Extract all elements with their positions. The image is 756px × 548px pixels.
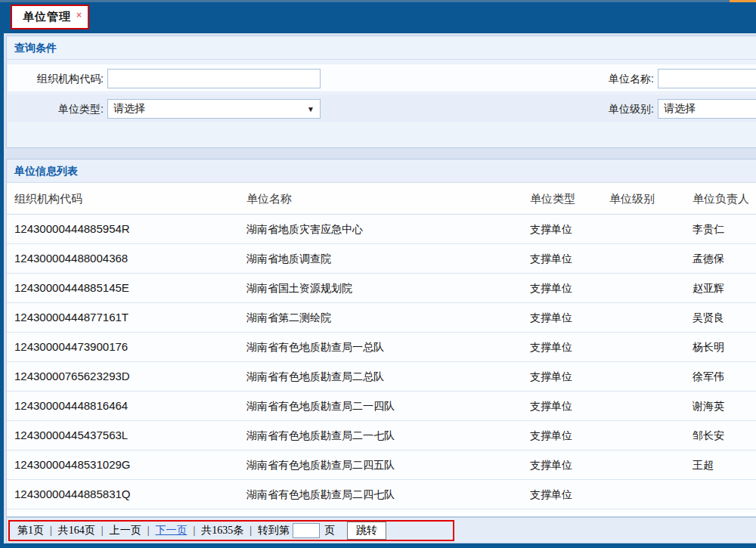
unit-type-label: 单位类型:: [14, 94, 104, 123]
table-row[interactable]: 124300004488004368湖南省地质调查院支撑单位孟德保: [7, 244, 756, 274]
table-cell: 支撑单位: [530, 274, 572, 302]
goto-page-unit-label: 页: [324, 524, 335, 537]
pager-separator: |: [147, 525, 150, 537]
unit-type-select[interactable]: 请选择 ▼: [107, 99, 321, 119]
table-cell: 支撑单位: [530, 392, 572, 420]
table-cell: 支撑单位: [530, 362, 572, 391]
pager-separator: |: [193, 525, 195, 537]
table-row[interactable]: 12430000444885145E湖南省国土资源规划院支撑单位赵亚辉: [7, 274, 756, 303]
table-row[interactable]: 124300004448816464湖南省有色地质勘查局二一四队支撑单位谢海英: [7, 392, 756, 421]
tab-bar: 单位管理 ×: [0, 0, 756, 33]
col-header-unit-name: 单位名称: [246, 183, 292, 215]
table-cell: 支撑单位: [530, 333, 572, 361]
top-orange-segment: [730, 0, 756, 2]
table-header-row: 组织机构代码 单位名称 单位类型 单位级别 单位负责人: [7, 183, 756, 215]
table-cell: 124300004473900176: [14, 333, 128, 361]
total-pages-label: 共164页: [58, 524, 95, 537]
jump-button[interactable]: 跳转: [347, 522, 386, 540]
table-cell: 湖南省国土资源规划院: [246, 274, 352, 302]
unit-list-panel: 单位信息列表 组织机构代码 单位名称 单位类型 单位级别 单位负责人 12430…: [6, 159, 756, 517]
table-row[interactable]: 124300004473900176湖南省有色地质勘查局一总队支撑单位杨长明: [7, 333, 756, 362]
table-row[interactable]: 12430000445437563L湖南省有色地质勘查局二一七队支撑单位邹长安: [7, 421, 756, 450]
table-cell: 李贵仁: [692, 215, 724, 243]
query-form-row-2: 单位类型: 请选择 ▼ 单位级别: 请选择: [8, 94, 756, 123]
unit-list-title: 单位信息列表: [7, 159, 756, 183]
unit-management-page: 单位管理 × 查询条件 组织机构代码: 单位名称: 单位类型: 请选择 ▼ 单位…: [0, 0, 756, 548]
col-header-unit-manager: 单位负责人: [692, 183, 749, 215]
tab-close-icon[interactable]: ×: [76, 10, 82, 20]
pagination-highlight-box: 第1页 | 共164页 | 上一页 | 下一页 | 共1635条 | 转到第 页…: [8, 520, 454, 541]
unit-level-label: 单位级别:: [491, 94, 654, 123]
unit-level-select[interactable]: 请选择: [658, 99, 756, 119]
left-frame-strip: [0, 33, 4, 548]
table-cell: 支撑单位: [530, 421, 572, 450]
next-page-link[interactable]: 下一页: [155, 524, 187, 537]
col-header-org-code: 组织机构代码: [14, 183, 82, 215]
table-cell: 谢海英: [692, 392, 724, 420]
goto-page-prefix-label: 转到第: [258, 524, 290, 537]
tab-unit-management[interactable]: 单位管理 ×: [11, 5, 89, 29]
table-cell: 湖南省有色地质勘查局二四七队: [246, 480, 395, 509]
table-cell: 湖南省有色地质勘查局二一四队: [246, 392, 395, 420]
pager-separator: |: [101, 525, 104, 537]
table-row[interactable]: 12430000765623293D湖南省有色地质勘查局二总队支撑单位徐军伟: [7, 362, 756, 392]
table-cell: 124300004488004368: [14, 244, 128, 273]
unit-name-label: 单位名称:: [491, 64, 654, 93]
table-cell: 12430000445437563L: [14, 421, 128, 450]
table-cell: 湖南省第二测绘院: [246, 303, 331, 332]
table-row[interactable]: 12430000448531029G湖南省有色地质勘查局二四五队支撑单位王超: [7, 450, 756, 480]
table-cell: 湖南省有色地质勘查局二四五队: [246, 450, 395, 479]
pager-separator: |: [249, 525, 252, 537]
table-cell: 支撑单位: [530, 303, 572, 332]
table-cell: 12430000444885954R: [14, 215, 130, 243]
current-page-label: 第1页: [17, 524, 44, 537]
goto-page-input[interactable]: [293, 523, 320, 538]
table-body: 12430000444885954R湖南省地质灾害应急中心支撑单位李贵仁1243…: [7, 215, 756, 509]
prev-page-link[interactable]: 上一页: [110, 524, 141, 537]
pagination-bar: 第1页 | 共164页 | 上一页 | 下一页 | 共1635条 | 转到第 页…: [6, 517, 756, 543]
query-panel-title: 查询条件: [7, 36, 756, 60]
table-cell: 支撑单位: [530, 480, 572, 509]
table-row[interactable]: 12430000444885831Q湖南省有色地质勘查局二四七队支撑单位: [7, 480, 756, 509]
top-highlight-line: [0, 0, 756, 2]
table-cell: 湖南省有色地质勘查局二一七队: [246, 421, 395, 450]
table-cell: 支撑单位: [530, 244, 572, 273]
unit-type-select-value: 请选择: [113, 102, 145, 116]
unit-name-input[interactable]: [658, 69, 756, 88]
table-cell: 王超: [692, 450, 714, 479]
unit-level-select-value: 请选择: [664, 102, 696, 116]
table-cell: 12430000444885831Q: [14, 480, 131, 509]
table-row[interactable]: 12430000444877161T湖南省第二测绘院支撑单位吴贤良: [7, 303, 756, 333]
table-cell: 湖南省地质调查院: [246, 244, 331, 273]
table-cell: 12430000448531029G: [14, 450, 131, 479]
col-header-unit-level: 单位级别: [609, 183, 655, 215]
table-row[interactable]: 12430000444885954R湖南省地质灾害应急中心支撑单位李贵仁: [7, 215, 756, 244]
total-records-label: 共1635条: [201, 524, 243, 537]
query-form-row-1: 组织机构代码: 单位名称:: [8, 63, 756, 92]
tab-label: 单位管理: [23, 10, 71, 24]
pager-separator: |: [50, 525, 52, 537]
query-panel: 查询条件 组织机构代码: 单位名称: 单位类型: 请选择 ▼ 单位级别: 请选择: [6, 36, 756, 148]
table-cell: 12430000444885145E: [14, 274, 129, 302]
table-cell: 124300004448816464: [14, 392, 128, 420]
org-code-label: 组织机构代码:: [14, 64, 104, 93]
table-cell: 支撑单位: [530, 450, 572, 479]
org-code-input[interactable]: [107, 69, 321, 88]
table-cell: 12430000765623293D: [14, 362, 130, 391]
table-cell: 赵亚辉: [692, 274, 724, 302]
table-cell: 孟德保: [692, 244, 724, 273]
chevron-down-icon: ▼: [307, 105, 314, 113]
table-cell: 12430000444877161T: [14, 303, 129, 332]
table-cell: 邹长安: [692, 421, 724, 450]
bottom-frame-strip: [0, 543, 756, 548]
table-cell: 支撑单位: [530, 215, 572, 243]
table-cell: 湖南省有色地质勘查局一总队: [246, 333, 384, 361]
table-cell: 杨长明: [692, 333, 724, 361]
col-header-unit-type: 单位类型: [530, 183, 575, 215]
table-cell: 湖南省地质灾害应急中心: [246, 215, 363, 243]
table-cell: 徐军伟: [692, 362, 724, 391]
table-cell: 吴贤良: [692, 303, 724, 332]
table-cell: 湖南省有色地质勘查局二总队: [246, 362, 384, 391]
